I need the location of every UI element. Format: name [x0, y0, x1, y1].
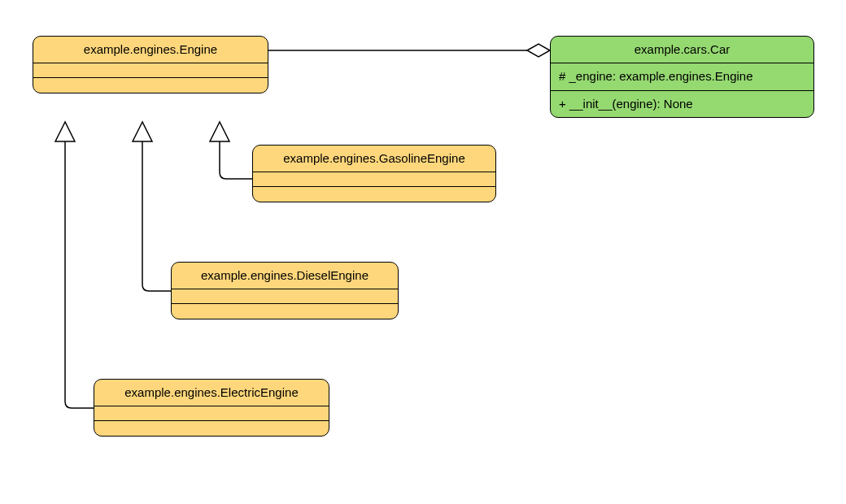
class-car-op-0: + __init__(engine): None — [559, 96, 805, 112]
generalization-electric — [55, 122, 94, 408]
class-electric-ops — [94, 421, 329, 436]
class-car: example.cars.Car # _engine: example.engi… — [550, 36, 814, 118]
class-car-attrs: # _engine: example.engines.Engine — [551, 63, 813, 90]
class-diesel-attrs — [172, 289, 398, 304]
class-engine-attrs — [33, 63, 268, 78]
generalization-gasoline — [210, 122, 252, 179]
class-diesel-title: example.engines.DieselEngine — [172, 263, 398, 289]
class-engine-title: example.engines.Engine — [33, 37, 268, 63]
class-gasoline-attrs — [253, 172, 495, 187]
class-electric: example.engines.ElectricEngine — [94, 379, 329, 437]
class-engine-ops — [33, 78, 268, 93]
aggregation-engine-car — [268, 44, 550, 57]
class-car-ops: + __init__(engine): None — [551, 91, 813, 117]
svg-marker-3 — [133, 122, 152, 141]
class-engine: example.engines.Engine — [33, 36, 268, 93]
class-car-title: example.cars.Car — [551, 37, 813, 63]
svg-marker-4 — [210, 122, 229, 141]
class-gasoline-title: example.engines.GasolineEngine — [253, 146, 495, 172]
class-gasoline: example.engines.GasolineEngine — [252, 145, 496, 202]
class-car-attr-0: # _engine: example.engines.Engine — [559, 68, 805, 85]
class-gasoline-ops — [253, 187, 495, 202]
svg-marker-1 — [527, 44, 550, 57]
generalization-diesel — [133, 122, 171, 291]
svg-marker-2 — [55, 122, 75, 141]
class-diesel-ops — [172, 304, 398, 319]
class-diesel: example.engines.DieselEngine — [171, 262, 399, 319]
class-electric-title: example.engines.ElectricEngine — [94, 380, 329, 406]
class-electric-attrs — [94, 406, 329, 421]
